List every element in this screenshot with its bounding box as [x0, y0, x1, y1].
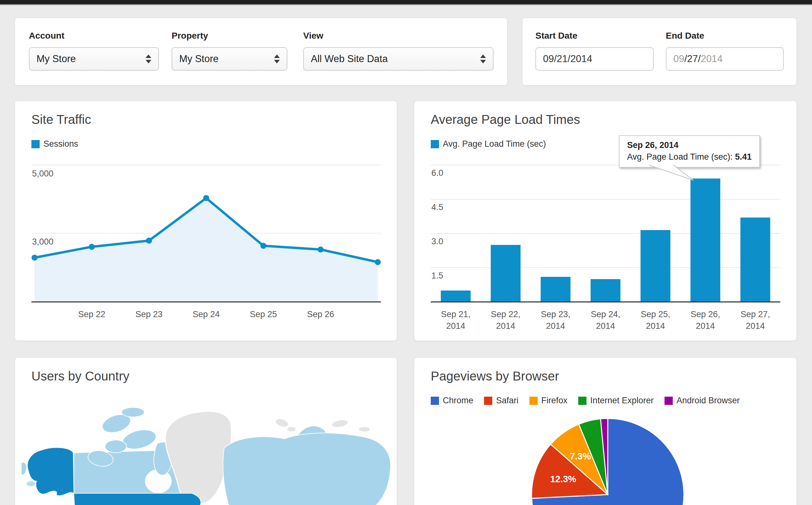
site-traffic-title: Site Traffic	[31, 113, 91, 127]
svg-text:2014: 2014	[596, 321, 615, 331]
tooltip-value: 5.41	[735, 152, 752, 162]
property-select[interactable]: My Store	[171, 47, 287, 71]
svg-text:Sep 21,: Sep 21,	[441, 310, 470, 319]
top-black-bar	[0, 0, 812, 5]
svg-text:2014: 2014	[746, 321, 765, 331]
map-arctic-island	[105, 440, 127, 453]
view-label: View	[303, 31, 323, 41]
svg-text:Sep 25,: Sep 25,	[641, 310, 670, 319]
map-region-russia[interactable]	[223, 433, 390, 505]
page-load-bar-chart[interactable]: 6.04.53.01.5Sep 21,2014Sep 22,2014Sep 23…	[431, 159, 780, 336]
map-region-alaska-us[interactable]	[27, 448, 74, 496]
account-label: Account	[29, 31, 65, 41]
svg-text:6.0: 6.0	[431, 168, 443, 178]
svg-text:2014: 2014	[546, 321, 565, 331]
svg-text:Sep 23,: Sep 23,	[541, 310, 570, 319]
map-region-svalbard	[274, 417, 289, 429]
map-arctic-island-gray	[359, 427, 370, 432]
select-caret-icon	[274, 54, 280, 63]
page-load-swatch-icon	[431, 140, 439, 148]
svg-text:7.3%: 7.3%	[570, 451, 591, 461]
analytics-dashboard: { "colors": { "accent_blue": "#0d8fca", …	[0, 0, 812, 505]
legend-item: Sessions	[31, 139, 78, 149]
svg-text:Sep 24: Sep 24	[193, 310, 220, 319]
svg-text:5,000: 5,000	[32, 169, 53, 178]
end-date-label: End Date	[666, 31, 704, 41]
svg-text:2014: 2014	[696, 321, 715, 331]
page-load-title: Average Page Load Times	[431, 113, 580, 127]
map-region-chukotka[interactable]	[21, 462, 27, 475]
browser-pie-chart[interactable]: 74.2%12.3%7.3%	[414, 358, 797, 505]
site-traffic-card: Site Traffic Sessions 5,0003,000Sep 22Se…	[15, 101, 397, 341]
svg-text:3.0: 3.0	[431, 237, 443, 246]
account-select[interactable]: My Store	[29, 47, 159, 71]
map-region-united-states[interactable]	[74, 493, 201, 505]
svg-text:2014: 2014	[446, 321, 465, 331]
tooltip-date: Sep 26, 2014	[627, 140, 752, 150]
start-date-label: Start Date	[536, 31, 577, 41]
end-date-year: 2014	[701, 53, 722, 65]
svg-text:2014: 2014	[496, 321, 515, 331]
end-date-input[interactable]: 09/27/2014	[666, 47, 784, 71]
legend-item: Avg. Page Load Time (sec)	[431, 139, 546, 149]
end-date-day: /27/	[684, 53, 701, 65]
page-load-card: Average Page Load Times Avg. Page Load T…	[414, 101, 797, 341]
account-select-value: My Store	[36, 53, 76, 65]
svg-text:12.3%: 12.3%	[550, 474, 576, 484]
svg-text:Sep 27,: Sep 27,	[741, 310, 770, 319]
view-select[interactable]: All Web Site Data	[303, 47, 493, 71]
svg-text:4.5: 4.5	[431, 202, 443, 212]
svg-text:3,000: 3,000	[32, 237, 53, 246]
chart-tooltip: Sep 26, 2014 Avg. Page Load Time (sec): …	[619, 135, 760, 168]
map-island	[26, 481, 35, 487]
svg-text:Sep 22: Sep 22	[78, 310, 106, 319]
svg-text:Sep 26: Sep 26	[307, 310, 334, 319]
view-select-value: All Web Site Data	[311, 53, 387, 65]
legend-label: Avg. Page Load Time (sec)	[443, 139, 546, 149]
select-caret-icon	[146, 54, 151, 63]
users-by-country-title: Users by Country	[31, 369, 129, 383]
pageviews-by-browser-card: Pageviews by Browser Chrome Safari Firef…	[414, 357, 797, 505]
property-select-value: My Store	[179, 53, 219, 65]
svg-text:2014: 2014	[646, 321, 665, 331]
end-date-month: 09	[673, 53, 684, 65]
tooltip-pointer-icon	[648, 163, 698, 182]
map-arctic-island	[121, 407, 144, 417]
start-date-value: 09/21/2014	[543, 53, 592, 65]
property-label: Property	[171, 31, 208, 41]
map-arctic-island-gray	[331, 419, 349, 429]
legend-label: Sessions	[43, 139, 78, 149]
site-traffic-legend: Sessions	[31, 139, 78, 149]
filters-card: Account My Store Property My Store View …	[15, 18, 507, 86]
date-range-card: Start Date 09/21/2014 End Date 09/27/201…	[522, 18, 797, 86]
users-by-country-card: Users by Country	[15, 357, 397, 505]
page-load-legend: Avg. Page Load Time (sec)	[431, 139, 546, 149]
svg-text:Sep 23: Sep 23	[135, 310, 163, 319]
svg-text:Sep 26,: Sep 26,	[691, 310, 720, 319]
svg-text:Sep 25: Sep 25	[250, 310, 277, 319]
svg-text:Sep 22,: Sep 22,	[491, 310, 520, 319]
start-date-input[interactable]: 09/21/2014	[536, 47, 654, 71]
tooltip-metric: Avg. Page Load Time (sec): 5.41	[627, 152, 752, 162]
world-geo-map[interactable]	[21, 405, 392, 505]
map-region-svalbard	[287, 427, 296, 432]
sessions-swatch-icon	[31, 140, 40, 148]
svg-text:1.5: 1.5	[431, 271, 443, 280]
site-traffic-line-chart[interactable]: 5,0003,000Sep 22Sep 23Sep 24Sep 25Sep 26	[31, 159, 381, 336]
select-caret-icon	[480, 54, 486, 63]
svg-text:Sep 24,: Sep 24,	[591, 310, 620, 319]
